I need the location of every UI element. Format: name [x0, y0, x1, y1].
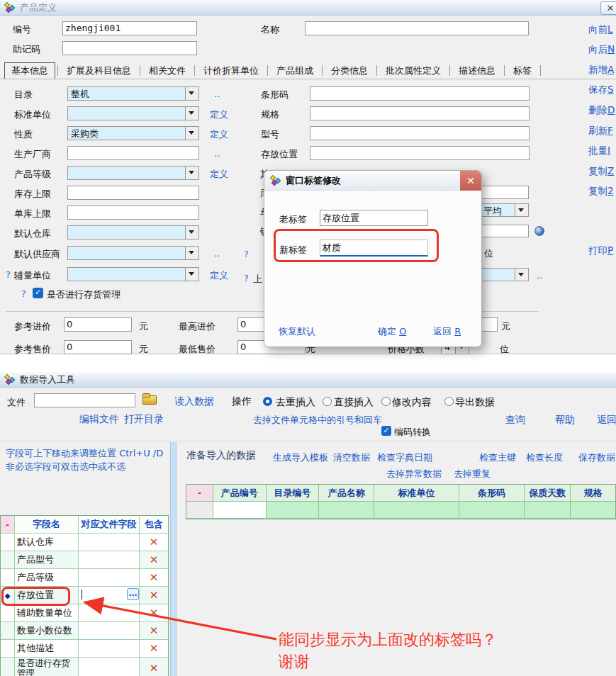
new-label-input[interactable]: 材质 [320, 240, 428, 257]
nav-batch-button[interactable]: 批量I [588, 145, 610, 157]
nav-copy-button[interactable]: 复制Z [588, 165, 614, 178]
panel-splitter[interactable] [170, 442, 177, 676]
exclude-x-icon[interactable]: ✕ [150, 662, 159, 675]
stock-mgmt-help-icon[interactable]: ? [21, 288, 26, 299]
strip-quotes-link[interactable]: 去掉文件单元格中的引号和回车 [253, 414, 382, 427]
tab-related-files[interactable]: 相关文件 [142, 63, 192, 79]
exclude-x-icon[interactable]: ✕ [150, 536, 159, 548]
radio-modify-content-label[interactable]: 修改内容 [392, 396, 432, 409]
ref-buy-input[interactable]: 0 [64, 317, 132, 332]
edit-file-link[interactable]: 编辑文件 [79, 413, 119, 426]
barcode-input[interactable] [310, 86, 530, 101]
exclude-x-icon[interactable]: ✕ [150, 571, 159, 584]
table-row[interactable]: 数量小数位数 ✕ [1, 622, 168, 640]
check-length-link[interactable]: 检查长度 [526, 451, 563, 464]
file-path-input[interactable] [34, 393, 135, 407]
storage-location-input[interactable] [310, 146, 530, 160]
check-pk-link[interactable]: 检查主键 [479, 451, 516, 464]
table-row[interactable]: 产品型号 ✕ [1, 551, 168, 569]
stock-upper-input[interactable] [67, 186, 199, 200]
catalog-browse-link[interactable]: .. [214, 89, 220, 99]
table-row[interactable]: 辅助数量单位 ✕ [1, 604, 168, 622]
return-link[interactable]: 返回 [597, 414, 616, 427]
save-data-link[interactable]: 保存数据 [578, 451, 615, 464]
spec-input[interactable] [310, 106, 530, 120]
exclude-x-icon[interactable]: ✕ [150, 553, 159, 566]
nav-add-button[interactable]: 新增A [588, 64, 614, 77]
table-row[interactable]: 是否进行存货管理 ✕ [1, 658, 168, 676]
check-dict-date-link[interactable]: 检查字典日期 [377, 451, 432, 464]
nature-combo[interactable]: 采购类 [67, 126, 199, 140]
ref-sell-input[interactable]: 0 [64, 340, 132, 354]
exclude-x-icon[interactable]: ✕ [150, 642, 159, 655]
nav-print-button[interactable]: 打印P [588, 244, 613, 257]
remove-duplicate-link[interactable]: 去掉重复 [454, 468, 491, 480]
chevron-down-icon[interactable] [185, 247, 198, 259]
catalog-combo[interactable]: 整机 [67, 86, 199, 101]
radio-direct-insert-label[interactable]: 直接插入 [334, 396, 374, 409]
nature-define-link[interactable]: 定义 [210, 128, 228, 141]
folder-icon[interactable] [142, 395, 157, 405]
ok-button[interactable]: 确定 O [378, 325, 406, 338]
exclude-x-icon[interactable]: ✕ [150, 589, 159, 602]
chevron-down-icon[interactable] [185, 226, 198, 239]
old-label-input[interactable]: 存放位置 [320, 210, 428, 226]
mnemonic-input[interactable] [62, 41, 197, 55]
tab-product-composition[interactable]: 产品组成 [270, 63, 320, 79]
remove-abnormal-link[interactable]: 去掉异常数据 [386, 468, 442, 480]
browse-link[interactable]: .. [537, 270, 542, 281]
chevron-down-icon[interactable] [185, 268, 198, 281]
table-row[interactable]: 默认仓库 ✕ [1, 534, 168, 551]
read-data-link[interactable]: 读入数据 [174, 395, 214, 408]
table-row[interactable]: 产品等级 ✕ [1, 569, 168, 587]
radio-dedupe-insert-label[interactable]: 去重插入 [276, 396, 315, 409]
query-link[interactable]: 查询 [505, 414, 525, 427]
exclude-x-icon[interactable]: ✕ [150, 624, 159, 637]
nav-next-button[interactable]: 向后N [588, 43, 615, 56]
grade-define-link[interactable]: 定义 [210, 168, 228, 181]
aux-unit-combo[interactable] [67, 267, 199, 281]
tab-batch-attr[interactable]: 批次属性定义 [379, 63, 447, 79]
nav-copy2-button[interactable]: 复制2 [588, 185, 614, 198]
return-button[interactable]: 返回 R [433, 325, 461, 338]
chevron-down-icon[interactable] [185, 87, 198, 100]
manufacturer-browse-link[interactable]: .. [214, 148, 220, 159]
model-input[interactable] [310, 126, 530, 140]
std-unit-combo[interactable] [67, 106, 199, 120]
aux-unit-help-icon[interactable]: ? [6, 269, 11, 280]
tab-class-info[interactable]: 分类信息 [325, 63, 374, 79]
chevron-down-icon[interactable] [185, 107, 198, 120]
radio-export-data[interactable] [444, 397, 454, 406]
nav-refresh-button[interactable]: 刷新F [588, 125, 613, 137]
chevron-down-icon[interactable] [515, 204, 528, 216]
clear-data-link[interactable]: 清空数据 [333, 451, 370, 464]
default-warehouse-combo[interactable] [67, 225, 199, 240]
active-cell[interactable] [213, 502, 267, 519]
nav-save-button[interactable]: 保存S [588, 84, 614, 96]
chevron-down-icon[interactable] [185, 167, 198, 179]
tab-description[interactable]: 描述信息 [452, 63, 502, 79]
close-icon[interactable]: ✕ [600, 1, 616, 15]
help-icon[interactable]: ? [244, 249, 249, 259]
stock-mgmt-checkbox[interactable] [33, 288, 43, 298]
single-store-upper-input[interactable] [67, 205, 199, 220]
tab-label[interactable]: 标签 [507, 63, 538, 79]
manufacturer-input[interactable] [67, 146, 199, 160]
open-dir-link[interactable]: 打开目录 [124, 413, 164, 426]
aux-unit-define-link[interactable]: 定义 [210, 269, 228, 282]
table-row-storage-location[interactable]: ◆ 存放位置 ✕ [1, 587, 168, 604]
nav-prev-button[interactable]: 向前L [588, 23, 613, 36]
table-row[interactable]: 其他描述 ✕ [1, 640, 168, 658]
chevron-down-icon[interactable] [185, 127, 198, 140]
grade-combo[interactable] [67, 166, 199, 180]
std-unit-define-link[interactable]: 定义 [210, 108, 228, 121]
tab-extend-subject[interactable]: 扩展及科目信息 [60, 63, 138, 79]
help-link[interactable]: 帮助 [555, 414, 575, 427]
tab-pricing-unit[interactable]: 计价折算单位 [197, 63, 265, 79]
default-supplier-browse-link[interactable]: .. [214, 248, 220, 259]
table-row[interactable] [186, 502, 615, 519]
dialog-close-icon[interactable]: ✕ [460, 171, 481, 191]
nav-delete-button[interactable]: 删除D [588, 104, 615, 117]
radio-direct-insert[interactable] [323, 397, 332, 406]
radio-modify-content[interactable] [381, 397, 391, 406]
